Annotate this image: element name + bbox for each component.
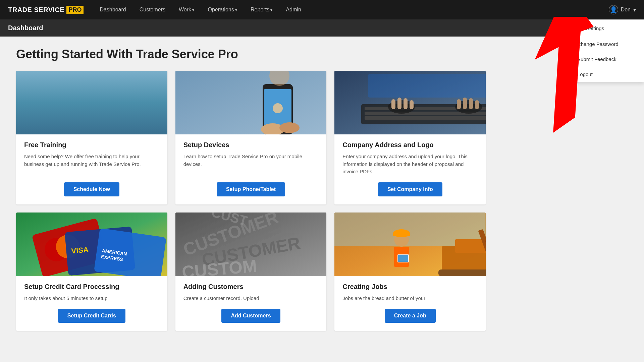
nav-user-menu[interactable]: 👤 Don ▾ (609, 5, 636, 14)
card-creating-jobs: Creating Jobs Jobs are the bread and but… (334, 213, 486, 331)
nav-reports[interactable]: Reports (245, 4, 278, 15)
nav-operations[interactable]: Operations (202, 4, 243, 15)
card-credit-card: VISA AMERICAN EXPRESS Setup Credit Card … (16, 213, 167, 331)
svg-rect-11 (175, 71, 327, 134)
card-company-body: Company Address and Logo Enter your comp… (334, 134, 486, 204)
set-company-info-button[interactable]: Set Company Info (378, 182, 442, 196)
svg-rect-30 (463, 98, 467, 109)
cards-grid: Free Training Need some help? We offer f… (16, 71, 486, 331)
card-company-title: Company Address and Logo (342, 141, 478, 149)
card-training-body: Free Training Need some help? We offer f… (16, 134, 167, 204)
dropdown-change-password[interactable]: Change Password (571, 37, 644, 52)
nav-links: Dashboard Customers Work Operations Repo… (94, 4, 608, 15)
svg-point-5 (94, 93, 98, 97)
sub-header: Dashboard (0, 19, 644, 37)
card-jobs-body: Creating Jobs Jobs are the bread and but… (334, 276, 486, 331)
section-title: Getting Started With Trade Service Pro (16, 47, 238, 61)
page-title: Dashboard (8, 24, 43, 32)
card-setup-devices: Setup Devices Learn how to setup Trade S… (175, 71, 327, 204)
svg-rect-54 (438, 269, 486, 276)
card-training-title: Free Training (24, 141, 159, 149)
svg-rect-28 (410, 100, 414, 109)
card-credit-desc: It only takes about 5 minutes to setup (24, 295, 159, 302)
card-customers-title: Adding Customers (183, 283, 319, 291)
create-job-button[interactable]: Create a Job (385, 309, 436, 323)
svg-point-6 (109, 93, 112, 97)
section-header: Getting Started With Trade Service Pro ✕… (16, 47, 628, 61)
card-credit-body: Setup Credit Card Processing It only tak… (16, 276, 167, 331)
svg-rect-31 (469, 98, 473, 109)
card-jobs-desc: Jobs are the bread and butter of your (342, 295, 478, 302)
svg-rect-32 (475, 100, 479, 109)
card-devices-body: Setup Devices Learn how to setup Trade S… (175, 134, 327, 204)
svg-rect-22 (365, 116, 486, 120)
card-training-desc: Need some help? We offer free training t… (24, 153, 159, 176)
svg-point-7 (150, 96, 164, 109)
svg-rect-29 (457, 99, 461, 109)
svg-rect-33 (368, 74, 486, 98)
svg-rect-51 (455, 239, 486, 253)
svg-rect-57 (393, 233, 410, 236)
card-adding-customers: CUSTOMER CUSTOMER CUSTOM CUST Adding Cus… (175, 213, 327, 331)
nav-customers[interactable]: Customers (134, 4, 171, 15)
user-dropdown-menu: ⚙ Settings Change Password Submit Feedba… (570, 19, 644, 82)
nav-dashboard[interactable]: Dashboard (94, 4, 131, 15)
card-credit-title: Setup Credit Card Processing (24, 283, 159, 291)
user-dropdown-chevron: ▾ (633, 7, 636, 13)
svg-rect-2 (94, 107, 113, 130)
card-free-training: Free Training Need some help? We offer f… (16, 71, 167, 204)
svg-rect-0 (16, 71, 167, 134)
svg-rect-8 (150, 109, 164, 126)
navbar: TRADE SERVICE PRO Dashboard Customers Wo… (0, 0, 644, 19)
card-customers-body: Adding Customers Create a customer recor… (175, 276, 327, 331)
dropdown-submit-feedback[interactable]: Submit Feedback (571, 52, 644, 67)
submit-feedback-label: Submit Feedback (577, 56, 616, 62)
logout-label: Logout (577, 71, 593, 77)
card-company-image (334, 71, 486, 134)
user-name: Don (621, 7, 631, 13)
card-credit-image: VISA AMERICAN EXPRESS (16, 213, 167, 276)
svg-rect-4 (64, 112, 109, 134)
card-customers-desc: Create a customer record. Upload (183, 295, 319, 302)
card-devices-desc: Learn how to setup Trade Service Pro on … (183, 153, 319, 176)
card-devices-image (175, 71, 327, 134)
main-content: Getting Started With Trade Service Pro ✕… (0, 37, 644, 362)
svg-point-14 (273, 103, 283, 113)
user-avatar-icon: 👤 (609, 5, 618, 14)
dropdown-logout[interactable]: Logout (571, 67, 644, 82)
change-password-label: Change Password (577, 41, 619, 47)
gear-icon: ⚙ (577, 24, 583, 32)
nav-admin[interactable]: Admin (280, 4, 306, 15)
setup-credit-cards-button[interactable]: Setup Credit Cards (58, 309, 125, 323)
card-training-image (16, 71, 167, 134)
card-jobs-image (334, 213, 486, 276)
svg-rect-26 (397, 98, 401, 109)
card-company-desc: Enter your company address and upload yo… (342, 153, 478, 176)
settings-label: Settings (586, 25, 604, 31)
setup-phone-tablet-button[interactable]: Setup Phone/Tablet (217, 182, 285, 196)
brand-name: TRADE SERVICE (8, 6, 64, 14)
card-jobs-title: Creating Jobs (342, 283, 478, 291)
card-customers-image: CUSTOMER CUSTOMER CUSTOM CUST (175, 213, 327, 276)
schedule-now-button[interactable]: Schedule Now (64, 182, 119, 196)
svg-rect-60 (398, 255, 408, 262)
brand-logo[interactable]: TRADE SERVICE PRO (8, 6, 84, 14)
svg-rect-25 (391, 99, 395, 109)
svg-rect-27 (404, 98, 408, 109)
card-devices-title: Setup Devices (183, 141, 319, 149)
svg-point-1 (94, 88, 113, 107)
nav-work[interactable]: Work (173, 4, 200, 15)
dropdown-settings[interactable]: ⚙ Settings (571, 20, 644, 37)
svg-point-16 (279, 122, 300, 133)
svg-rect-3 (63, 111, 110, 134)
svg-text:VISA: VISA (71, 245, 89, 255)
brand-pro-badge: PRO (66, 6, 84, 14)
card-company-address: Company Address and Logo Enter your comp… (334, 71, 486, 204)
add-customers-button[interactable]: Add Customers (221, 309, 280, 323)
